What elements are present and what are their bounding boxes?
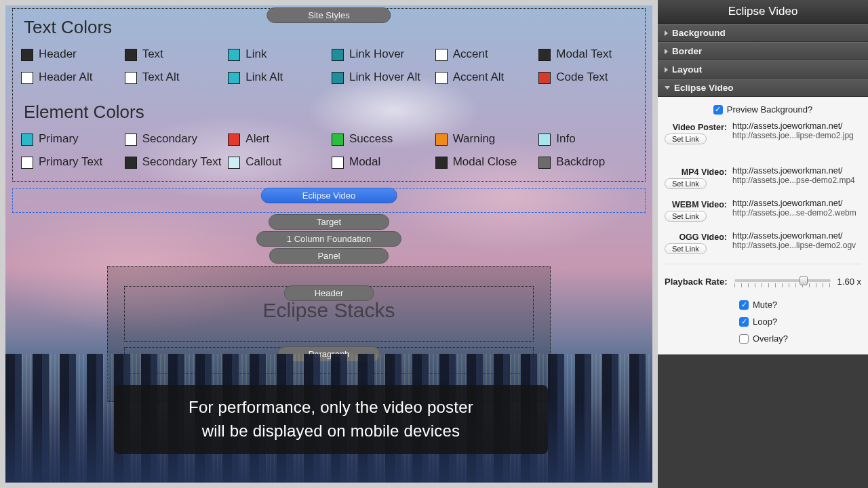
color-chip[interactable] xyxy=(435,157,448,169)
color-chip[interactable] xyxy=(332,72,344,84)
paragraph-tab[interactable]: Paragraph xyxy=(278,346,380,362)
color-chip[interactable] xyxy=(21,72,33,84)
chevron-down-icon xyxy=(665,86,670,89)
header-tab[interactable]: Header xyxy=(284,285,374,301)
text-color-swatch[interactable]: Accent Alt xyxy=(435,68,534,87)
text-color-swatch[interactable]: Text Alt xyxy=(125,68,223,87)
panel-block[interactable]: Header Eclipse Stacks Paragraph xyxy=(107,266,551,402)
target-tab[interactable]: Target xyxy=(269,214,389,230)
element-color-swatch[interactable]: Modal xyxy=(332,152,430,171)
paragraph-block[interactable]: Paragraph xyxy=(124,347,534,374)
color-chip[interactable] xyxy=(538,72,551,84)
acc-eclipse-video[interactable]: Eclipse Video xyxy=(658,79,868,97)
ogg-set-link-button[interactable]: Set Link xyxy=(665,243,707,254)
mute-checkbox[interactable]: Mute? xyxy=(739,300,861,310)
color-chip[interactable] xyxy=(125,72,137,84)
panel-tab[interactable]: Panel xyxy=(269,248,388,264)
loop-checkbox[interactable]: Loop? xyxy=(739,317,861,327)
video-poster-row: Video Poster: Set Link http://assets.joe… xyxy=(665,121,861,144)
playback-rate-label: Playback Rate: xyxy=(665,277,728,287)
mp4-video-row: MP4 Video: Set Link http://assets.joewor… xyxy=(665,166,861,189)
mp4-video-url[interactable]: http://assets.joeworkman.net/ xyxy=(732,166,861,176)
color-chip[interactable] xyxy=(332,157,344,169)
webm-set-link-button[interactable]: Set Link xyxy=(665,211,707,222)
color-chip[interactable] xyxy=(125,157,137,169)
preview-background-checkbox[interactable]: Preview Background? xyxy=(713,104,812,115)
color-chip[interactable] xyxy=(21,49,33,61)
header-title: Eclipse Stacks xyxy=(262,299,395,321)
swatch-label: Header xyxy=(39,47,77,61)
color-chip[interactable] xyxy=(228,49,240,61)
chevron-right-icon xyxy=(665,67,668,73)
color-chip[interactable] xyxy=(21,157,33,169)
element-color-swatch[interactable]: Secondary xyxy=(125,129,223,148)
text-color-swatch[interactable]: Link Alt xyxy=(228,68,326,87)
element-colors-grid: PrimarySecondaryAlertSuccessWarningInfoP… xyxy=(21,129,637,171)
element-color-swatch[interactable]: Primary Text xyxy=(21,152,119,171)
color-chip[interactable] xyxy=(538,157,551,169)
video-poster-url-short: http://assets.joe...lipse-demo2.jpg xyxy=(732,131,861,140)
swatch-label: Primary Text xyxy=(39,155,102,169)
swatch-label: Text Alt xyxy=(142,70,180,84)
element-color-swatch[interactable]: Backdrop xyxy=(538,152,637,171)
element-color-swatch[interactable]: Secondary Text xyxy=(125,152,223,171)
text-color-swatch[interactable]: Text xyxy=(125,45,223,64)
text-color-swatch[interactable]: Link Hover Alt xyxy=(332,68,430,87)
eclipse-video-tab[interactable]: Eclipse Video xyxy=(261,188,397,203)
color-chip[interactable] xyxy=(538,134,551,146)
color-chip[interactable] xyxy=(435,134,448,146)
swatch-label: Warning xyxy=(453,132,496,146)
color-chip[interactable] xyxy=(228,157,240,169)
element-color-swatch[interactable]: Warning xyxy=(435,129,534,148)
color-chip[interactable] xyxy=(125,134,137,146)
color-chip[interactable] xyxy=(228,134,240,146)
color-chip[interactable] xyxy=(228,72,240,84)
color-chip[interactable] xyxy=(332,49,344,61)
text-color-swatch[interactable]: Header xyxy=(21,45,119,64)
site-styles-tab[interactable]: Site Styles xyxy=(267,7,391,23)
swatch-label: Header Alt xyxy=(39,70,92,84)
mp4-set-link-button[interactable]: Set Link xyxy=(665,178,707,189)
element-color-swatch[interactable]: Info xyxy=(538,129,637,148)
site-styles-section[interactable]: Site Styles Text Colors HeaderTextLinkLi… xyxy=(12,8,646,182)
playback-rate-slider[interactable] xyxy=(734,274,831,289)
color-chip[interactable] xyxy=(125,49,137,61)
color-chip[interactable] xyxy=(21,134,33,146)
header-block[interactable]: Header Eclipse Stacks xyxy=(124,286,534,342)
preview-background-label: Preview Background? xyxy=(727,104,812,115)
element-color-swatch[interactable]: Alert xyxy=(228,129,326,148)
text-color-swatch[interactable]: Header Alt xyxy=(21,68,119,87)
swatch-label: Secondary Text xyxy=(142,155,222,169)
element-color-swatch[interactable]: Modal Close xyxy=(435,152,534,171)
webm-video-url[interactable]: http://assets.joeworkman.net/ xyxy=(732,199,861,208)
color-chip[interactable] xyxy=(332,134,344,146)
overlay-checkbox[interactable]: Overlay? xyxy=(739,333,861,344)
text-color-swatch[interactable]: Modal Text xyxy=(538,45,637,64)
text-color-swatch[interactable]: Link xyxy=(228,45,326,64)
element-color-swatch[interactable]: Callout xyxy=(228,152,326,171)
one-col-tab[interactable]: 1 Column Foundation xyxy=(256,231,401,247)
editor-canvas[interactable]: Site Styles Text Colors HeaderTextLinkLi… xyxy=(5,5,652,483)
element-color-swatch[interactable]: Success xyxy=(332,129,430,148)
acc-layout[interactable]: Layout xyxy=(658,60,868,79)
acc-border[interactable]: Border xyxy=(658,42,868,60)
element-color-swatch[interactable]: Primary xyxy=(21,129,119,148)
text-color-swatch[interactable]: Link Hover xyxy=(332,45,430,64)
text-color-swatch[interactable]: Code Text xyxy=(538,68,637,87)
video-poster-set-link-button[interactable]: Set Link xyxy=(665,134,707,144)
playback-rate-value: 1.60 x xyxy=(837,277,861,287)
acc-background[interactable]: Background xyxy=(658,24,868,42)
ogg-video-row: OGG Video: Set Link http://assets.joewor… xyxy=(665,231,861,254)
color-chip[interactable] xyxy=(435,49,448,61)
eclipse-video-stack[interactable]: Eclipse Video xyxy=(12,188,646,213)
acc-body-eclipse-video: Preview Background? Video Poster: Set Li… xyxy=(658,97,868,355)
color-chip[interactable] xyxy=(538,49,551,61)
checkbox-icon xyxy=(713,105,723,115)
overlay-label: Overlay? xyxy=(753,333,788,344)
text-color-swatch[interactable]: Accent xyxy=(435,45,534,64)
swatch-label: Link Hover xyxy=(349,47,404,61)
color-chip[interactable] xyxy=(435,72,448,84)
video-poster-url[interactable]: http://assets.joeworkman.net/ xyxy=(732,121,861,131)
ogg-video-url[interactable]: http://assets.joeworkman.net/ xyxy=(732,231,861,241)
inspector-title: Eclipse Video xyxy=(658,0,868,24)
